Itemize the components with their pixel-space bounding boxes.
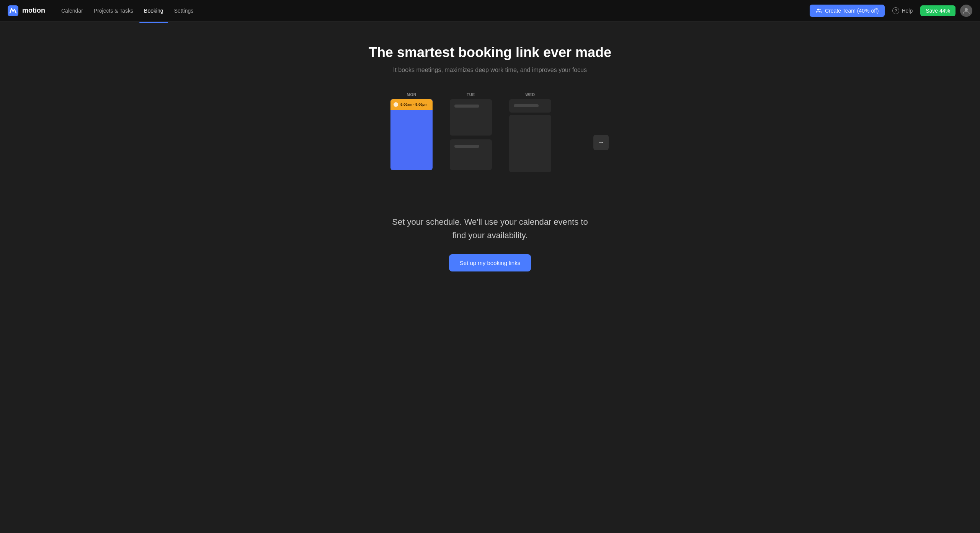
help-circle-icon: ?	[892, 7, 899, 14]
hero-subtitle: It books meetings, maximizes deep work t…	[393, 67, 587, 74]
brand[interactable]: motion	[8, 5, 45, 16]
users-icon	[816, 8, 822, 14]
save-button[interactable]: Save 44%	[920, 5, 956, 16]
help-button[interactable]: ? Help	[889, 5, 916, 16]
calendar-col-tue: TUE	[450, 93, 492, 170]
svg-point-3	[965, 8, 968, 11]
tue-event-bottom	[450, 139, 492, 170]
brand-name: motion	[22, 7, 45, 15]
nav-item-booking[interactable]: Booking	[139, 5, 168, 16]
create-team-button[interactable]: Create Team (40% off)	[810, 5, 885, 17]
mon-event: 9:00am - 5:00pm	[390, 99, 433, 170]
setup-booking-button[interactable]: Set up my booking links	[449, 254, 531, 271]
tue-event-bottom-bar	[454, 145, 479, 148]
mon-event-icon	[394, 102, 398, 107]
wed-event-top-bar	[514, 104, 539, 107]
tue-event-top	[450, 99, 492, 136]
svg-point-2	[819, 9, 821, 10]
nav-item-calendar[interactable]: Calendar	[57, 5, 88, 16]
calendar-col-wed: WED	[509, 93, 551, 172]
bottom-section: Set your schedule. We'll use your calend…	[390, 215, 590, 271]
arrow-icon: →	[598, 139, 604, 146]
avatar[interactable]	[960, 5, 972, 17]
nav-item-projects[interactable]: Projects & Tasks	[89, 5, 138, 16]
wed-event-top	[509, 99, 551, 113]
help-label: Help	[902, 8, 913, 14]
navbar: motion Calendar Projects & Tasks Booking…	[0, 0, 980, 21]
calendar-illustration: MON 9:00am - 5:00pm TUE WED	[390, 93, 590, 192]
nav-item-settings[interactable]: Settings	[170, 5, 198, 16]
mon-event-header: 9:00am - 5:00pm	[390, 99, 433, 110]
brand-logo-icon	[8, 5, 18, 16]
next-arrow-button[interactable]: →	[593, 135, 609, 150]
cta-description: Set your schedule. We'll use your calend…	[390, 215, 590, 242]
tue-event-top-bar	[454, 105, 479, 108]
mon-event-time: 9:00am - 5:00pm	[400, 103, 428, 106]
create-team-label: Create Team (40% off)	[825, 8, 879, 14]
wed-label: WED	[509, 93, 551, 97]
nav-menu: Calendar Projects & Tasks Booking Settin…	[57, 5, 810, 16]
navbar-right: Create Team (40% off) ? Help Save 44%	[810, 5, 972, 17]
svg-point-1	[817, 8, 819, 10]
tue-label: TUE	[450, 93, 492, 97]
hero-title: The smartest booking link ever made	[369, 44, 611, 60]
wed-event-main	[509, 115, 551, 172]
mon-label: MON	[390, 93, 433, 97]
main-content: The smartest booking link ever made It b…	[0, 21, 980, 533]
calendar-col-mon: MON 9:00am - 5:00pm	[390, 93, 433, 170]
